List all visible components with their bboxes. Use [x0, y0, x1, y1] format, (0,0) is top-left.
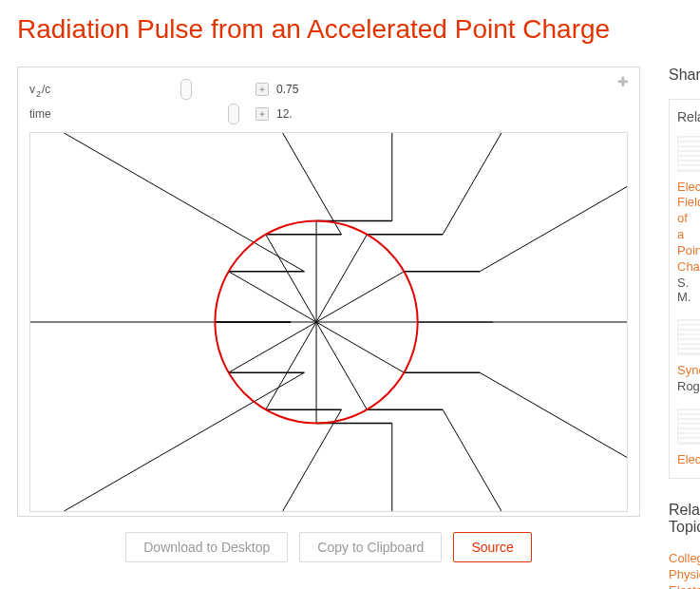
demo-panel: ✚ v2/c ＋ 0.75 time ＋ 12.	[17, 66, 640, 517]
control-time-label: time	[29, 107, 142, 121]
control-time-value: 12.	[276, 107, 293, 121]
related-thumb-1[interactable]	[677, 136, 700, 172]
svg-line-33	[316, 271, 404, 321]
related-topics-heading: Related Topics	[669, 502, 700, 536]
related-thumb-2[interactable]	[677, 319, 700, 355]
topic-link-2[interactable]: Electricity	[669, 583, 700, 590]
related-heading: Related	[677, 109, 692, 124]
page-title: Radiation Pulse from an Accelerated Poin…	[0, 0, 700, 66]
related-link-1[interactable]: Electric Field of a Point Charge	[677, 180, 692, 276]
share-heading: Share	[669, 66, 700, 84]
svg-line-21	[229, 271, 316, 321]
svg-line-31	[443, 133, 501, 235]
control-v2c: v2/c ＋ 0.75	[29, 77, 628, 102]
control-v2c-value: 0.75	[276, 83, 298, 96]
control-time: time ＋ 12.	[29, 102, 628, 126]
related-box: Related Electric Field of a Point Charge…	[669, 99, 700, 479]
slider-v2c-knob[interactable]	[180, 79, 192, 100]
svg-line-15	[229, 322, 316, 372]
action-row: Download to Desktop Copy to Clipboard So…	[17, 517, 640, 572]
step-v2c-plus-icon[interactable]: ＋	[255, 83, 269, 96]
source-button[interactable]: Source	[453, 532, 531, 562]
svg-line-6	[316, 322, 367, 409]
download-button[interactable]: Download to Desktop	[125, 532, 288, 562]
svg-line-25	[283, 133, 342, 235]
svg-line-16	[64, 372, 304, 511]
related-author-2: Rog	[677, 379, 692, 393]
svg-line-22	[64, 133, 304, 272]
expand-icon[interactable]: ✚	[616, 75, 630, 88]
slider-time-knob[interactable]	[228, 104, 239, 124]
slider-time[interactable]	[147, 105, 250, 123]
topic-link-1[interactable]: College Physics	[669, 551, 700, 583]
radiation-plot	[29, 132, 628, 512]
related-author-1: S. M.	[677, 276, 692, 304]
related-link-3[interactable]: Electromagnetic	[677, 452, 692, 468]
step-time-plus-icon[interactable]: ＋	[255, 107, 269, 121]
svg-line-30	[316, 234, 367, 321]
control-v2c-label: v2/c	[29, 83, 142, 96]
svg-line-24	[266, 234, 316, 321]
svg-line-13	[283, 409, 342, 511]
related-thumb-3[interactable]	[677, 408, 700, 445]
svg-line-12	[266, 322, 316, 409]
svg-line-34	[480, 186, 627, 271]
svg-line-4	[480, 372, 627, 457]
related-link-2[interactable]: Synchrotron	[677, 363, 692, 379]
svg-line-7	[443, 409, 501, 511]
svg-line-3	[316, 322, 404, 372]
sidebar: Share Related Electric Field of a Point …	[669, 66, 700, 589]
copy-button[interactable]: Copy to Clipboard	[299, 532, 442, 562]
slider-v2c[interactable]	[147, 81, 250, 98]
